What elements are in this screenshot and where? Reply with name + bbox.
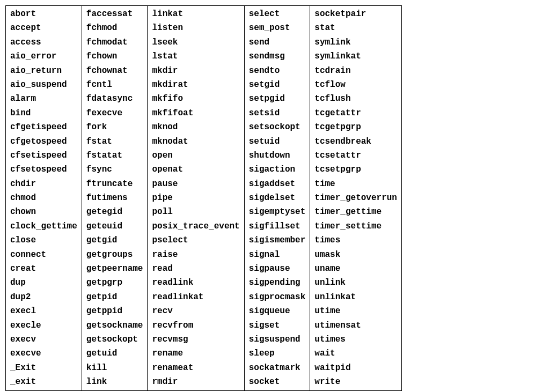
table-cell: write	[314, 375, 397, 389]
table-cell: getuid	[86, 346, 143, 360]
table-cell: sigsuspend	[249, 332, 306, 346]
table-cell: recv	[152, 304, 239, 318]
table-cell: socket	[249, 375, 306, 389]
table-cell: link	[86, 375, 143, 389]
table-cell: sigpending	[249, 276, 306, 290]
table-column: faccessatfchmodfchmodatfchownfchownatfcn…	[82, 6, 148, 390]
table-cell: chmod	[10, 191, 77, 205]
table-cell: pselect	[152, 233, 239, 247]
table-cell: futimens	[86, 191, 143, 205]
table-cell: fexecve	[86, 106, 143, 120]
table-cell: getsockopt	[86, 332, 143, 346]
table-cell: execl	[10, 304, 77, 318]
table-cell: renameat	[152, 361, 239, 375]
table-cell: fchmodat	[86, 35, 143, 49]
table-cell: setgid	[249, 78, 306, 92]
table-cell: fork	[86, 120, 143, 134]
table-cell: linkat	[152, 7, 239, 21]
table-cell: tcsetattr	[314, 149, 397, 162]
table-cell: fstatat	[86, 149, 143, 162]
table-cell: sem_post	[249, 21, 306, 35]
table-cell: faccessat	[86, 7, 143, 21]
table-cell: tcflush	[314, 92, 397, 106]
table-cell: sigemptyset	[249, 205, 306, 219]
table-cell: tcsetpgrp	[314, 162, 397, 176]
table-cell: mknodat	[152, 135, 239, 149]
table-cell: getegid	[86, 205, 143, 219]
table-cell: stat	[314, 21, 397, 35]
table-cell: chown	[10, 205, 77, 219]
table-cell: connect	[10, 248, 77, 262]
table-cell: wait	[314, 346, 397, 360]
table-cell: getpid	[86, 290, 143, 304]
table-cell: readlink	[152, 276, 239, 290]
table-cell: creat	[10, 262, 77, 276]
table-cell: sigprocmask	[249, 290, 306, 304]
table-cell: sockatmark	[249, 361, 306, 375]
table-cell: cfgetospeed	[10, 135, 77, 149]
table-cell: tcgetattr	[314, 106, 397, 120]
table-column: selectsem_postsendsendmsgsendtosetgidset…	[245, 6, 311, 390]
table-cell: aio_return	[10, 64, 77, 78]
table-cell: sigpause	[249, 262, 306, 276]
table-cell: rename	[152, 346, 239, 360]
table-cell: getsockname	[86, 319, 143, 332]
table-cell: mkdirat	[152, 78, 239, 92]
table-cell: open	[152, 149, 239, 162]
table-cell: mknod	[152, 120, 239, 134]
table-cell: fchownat	[86, 64, 143, 78]
table-cell: cfsetispeed	[10, 149, 77, 162]
table-cell: lseek	[152, 35, 239, 49]
table-cell: setsid	[249, 106, 306, 120]
table-cell: timer_gettime	[314, 205, 397, 219]
table-cell: rmdir	[152, 375, 239, 389]
table-cell: symlinkat	[314, 49, 397, 63]
table-cell: recvmsg	[152, 332, 239, 346]
table-cell: tcflow	[314, 78, 397, 92]
table-cell: sendmsg	[249, 49, 306, 63]
table-cell: unlink	[314, 276, 397, 290]
table-cell: sigismember	[249, 233, 306, 247]
table-column: abortacceptaccessaio_erroraio_returnaio_…	[6, 6, 82, 390]
table-cell: signal	[249, 248, 306, 262]
table-cell: sigaction	[249, 162, 306, 176]
table-cell: fsync	[86, 162, 143, 176]
table-cell: lstat	[152, 49, 239, 63]
table-cell: fdatasync	[86, 92, 143, 106]
table-cell: cfsetospeed	[10, 162, 77, 176]
table-cell: sendto	[249, 64, 306, 78]
table-cell: setsockopt	[249, 120, 306, 134]
table-cell: sigset	[249, 319, 306, 332]
table-cell: sigdelset	[249, 191, 306, 205]
table-cell: timer_getoverrun	[314, 191, 397, 205]
table-cell: clock_gettime	[10, 219, 77, 233]
table-cell: tcgetpgrp	[314, 120, 397, 134]
table-cell: symlink	[314, 35, 397, 49]
table-cell: getpgrp	[86, 276, 143, 290]
table-cell: fchown	[86, 49, 143, 63]
table-cell: readlinkat	[152, 290, 239, 304]
table-cell: getpeername	[86, 262, 143, 276]
table-cell: alarm	[10, 92, 77, 106]
table-cell: select	[249, 7, 306, 21]
table-cell: chdir	[10, 177, 77, 191]
table-cell: execve	[10, 346, 77, 360]
table-cell: ftruncate	[86, 177, 143, 191]
table-cell: recvfrom	[152, 319, 239, 332]
table-cell: close	[10, 233, 77, 247]
table-cell: _Exit	[10, 361, 77, 375]
table-cell: socketpair	[314, 7, 397, 21]
table-cell: utime	[314, 304, 397, 318]
table-cell: access	[10, 35, 77, 49]
syscall-table: abortacceptaccessaio_erroraio_returnaio_…	[5, 5, 402, 391]
table-cell: getgroups	[86, 248, 143, 262]
table-column: linkatlistenlseeklstatmkdirmkdiratmkfifo…	[148, 6, 244, 390]
table-cell: sigfillset	[249, 219, 306, 233]
table-cell: fstat	[86, 135, 143, 149]
table-cell: read	[152, 262, 239, 276]
table-cell: send	[249, 35, 306, 49]
table-cell: uname	[314, 262, 397, 276]
table-cell: raise	[152, 248, 239, 262]
table-cell: waitpid	[314, 361, 397, 375]
table-cell: shutdown	[249, 149, 306, 162]
